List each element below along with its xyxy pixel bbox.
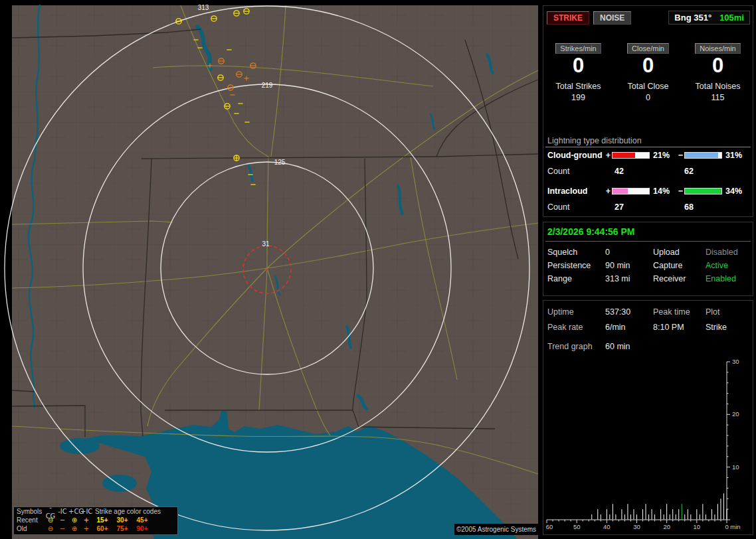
legend-header-row: Symbols-CG-IC+CG+ICStrike age color code… [14,507,177,516]
legend-row-old: Old⊖−⊕+60+75+90+ [14,524,177,533]
lightning-map[interactable]: 313 219 125 31 Symbols-CG-IC+CG+ICStrike… [0,0,539,539]
peak-time-value: 8:10 PM [653,323,706,332]
bearing-distance: 105mi [719,13,744,23]
legend-age-code: 45+ [132,516,152,524]
upload-label: Upload [653,248,706,257]
ring-label-313: 313 [198,4,209,11]
divider [545,241,751,242]
legend-col-header: +CG [68,507,80,516]
noises-per-min-column: Noises/min 0 Total Noises 115 [683,42,753,102]
ic-negative-count: 68 [684,202,694,212]
legend-row-label: Recent [14,516,45,524]
status-panel: STRIKE NOISE Bng 351° 105mi Strikes/min … [541,0,756,539]
map-legend: Symbols-CG-IC+CG+ICStrike age color code… [13,506,178,535]
legend-symbol-glyph: + [80,524,92,533]
legend-symbol-glyph: ⊕ [68,524,80,533]
legend-age-header: Strike age color codes [92,507,177,516]
uptime-value: 537:30 [605,307,653,317]
ic-negative-bar [684,188,722,194]
legend-age-code: 75+ [112,524,132,533]
count-label: Count [547,167,614,176]
cg-count-row: Count 42 62 [547,167,694,176]
legend-symbol-glyph: + [80,516,92,524]
count-label: Count [547,202,614,212]
total-noises-label: Total Noises [683,82,753,91]
ic-positive-bar [612,188,650,194]
trend-axis-label: 60 [546,523,553,530]
legend-age-code: 15+ [92,516,112,524]
receiver-label: Receiver [653,274,706,283]
ic-positive-pct: 14% [653,187,677,196]
uptime-row: Uptime 537:30 Peak time Plot [547,307,751,317]
minus-sign: − [677,187,684,196]
settings-box: 2/3/2026 9:44:56 PM Squelch 0 Upload Dis… [543,222,753,296]
ring-label-219: 219 [262,82,273,89]
trend-axis-label: 30 [732,358,739,365]
strike-stats-box: STRIKE NOISE Bng 351° 105mi Strikes/min … [543,5,753,217]
strikes-per-min-value: 0 [543,54,613,77]
total-strikes-value: 199 [543,93,613,102]
cloud-ground-label: Cloud-ground [547,151,605,160]
legend-col-header: +IC [80,507,92,516]
map-canvas[interactable]: 313 219 125 31 [0,0,539,539]
trend-axis-label: 50 [573,523,581,530]
peak-rate-row: Peak rate 6/min 8:10 PM Strike [547,323,751,332]
noises-per-min-value: 0 [683,54,753,77]
legend-age-code: 30+ [112,516,132,524]
noise-button[interactable]: NOISE [593,11,631,25]
trend-axis-label: 20 [732,410,739,418]
distribution-title: Lightning type distribution [547,136,642,145]
legend-col-header: -IC [56,507,68,516]
settings-row: Range 313 mi Receiver Enabled [547,274,751,283]
legend-symbol-glyph: − [56,524,68,533]
settings-row: Persistence 90 min Capture Active [547,261,751,270]
trend-axis-label: 10 [732,463,739,471]
ic-negative-pct: 34% [725,187,749,196]
bearing-value: Bng 351° [674,13,711,23]
ic-count-row: Count 27 68 [547,202,694,212]
legend-row-recent: Recent⊖−⊕+15+30+45+ [14,516,177,524]
trend-axis-label: 0 min [725,523,740,530]
total-close-value: 0 [613,93,683,102]
legend-symbol-glyph: − [56,516,68,524]
legend-row-label: Old [14,524,45,533]
trend-graph-chart: 6050403020100 min302010 [544,356,753,532]
cg-positive-pct: 21% [653,151,677,160]
ring-label-31: 31 [262,240,270,248]
intracloud-label: Intracloud [547,187,605,196]
plot-label: Plot [706,307,751,317]
ic-positive-count: 27 [614,202,684,212]
trend-axis-label: 20 [663,523,670,530]
legend-symbol-glyph: ⊖ [45,524,56,533]
squelch-value: 0 [605,248,653,257]
strikes-per-min-column: Strikes/min 0 Total Strikes 199 [543,42,613,102]
legend-symbol-glyph: ⊖ [45,516,56,524]
noises-per-min-label: Noises/min [695,43,740,54]
cloud-ground-row: Cloud-ground + 21% − 31% [547,151,751,160]
cg-positive-bar [612,152,650,159]
strike-symbol-cgplus [234,155,239,161]
strikes-per-min-label: Strikes/min [555,43,601,54]
plus-sign: + [605,187,612,196]
strike-button[interactable]: STRIKE [547,11,589,25]
divider [545,147,751,147]
receiver-location-marker [266,268,268,270]
trend-axis-label: 10 [694,523,701,530]
rate-grid: Strikes/min 0 Total Strikes 199 Close/mi… [543,42,753,102]
trend-axis-label: 30 [633,523,640,530]
receiver-status: Enabled [706,274,751,283]
uptime-label: Uptime [547,307,605,317]
range-label: Range [547,274,605,283]
trend-box: Uptime 537:30 Peak time Plot Peak rate 6… [543,300,753,535]
upload-status: Disabled [706,248,751,257]
ring-label-125: 125 [274,159,286,166]
capture-label: Capture [653,261,706,270]
peak-time-label: Peak time [653,307,706,317]
trend-graph-row: Trend graph 60 min [547,342,630,351]
copyright-label: ©2005 Astrogenic Systems [454,524,538,535]
cg-negative-bar [684,152,722,159]
settings-row: Squelch 0 Upload Disabled [547,248,751,257]
cg-negative-pct: 31% [725,151,749,160]
plot-value: Strike [706,323,751,332]
intracloud-row: Intracloud + 14% − 34% [547,187,751,196]
